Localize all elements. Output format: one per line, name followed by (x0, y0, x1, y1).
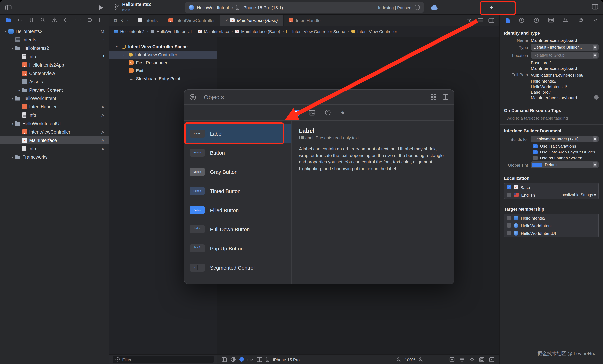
disclosure-icon[interactable]: ▸ (10, 155, 15, 159)
quick-help-inspector-icon[interactable]: ? (533, 17, 539, 23)
device-icon[interactable] (266, 357, 269, 362)
breadcrumb-item[interactable]: MainInterface (198, 29, 229, 34)
library-item-segmented-control[interactable]: 12 Segmented Control (184, 258, 291, 277)
outline-row-entry-point[interactable]: → Storyboard Entry Point (109, 75, 217, 83)
library-item-gray-button[interactable]: Button Gray Button (184, 162, 291, 181)
file-row[interactable]: InfoA (0, 111, 109, 119)
breadcrumb-item[interactable]: HelloWorldIntentUI (151, 29, 192, 34)
library-item-label[interactable]: Label Label (184, 124, 291, 143)
breadcrumb-item[interactable]: Intent View Controller Scene (286, 29, 345, 34)
checkbox-unchecked[interactable] (507, 193, 511, 197)
group-row[interactable]: ▸ Preview Content (0, 86, 109, 94)
resolve-issues-icon[interactable] (489, 357, 494, 362)
issue-navigator-icon[interactable] (51, 17, 58, 22)
add-editor-icon[interactable] (488, 18, 494, 22)
attributes-inspector-icon[interactable] (563, 18, 568, 23)
toggle-navigator-icon[interactable] (5, 5, 12, 10)
target-row-helloworldintentui[interactable]: HelloWorldIntentUI (504, 229, 598, 237)
project-navigator-icon[interactable] (5, 17, 11, 23)
appearance-toggle-icon[interactable] (239, 357, 244, 362)
library-filter-icon[interactable] (190, 94, 196, 100)
related-items-icon[interactable]: ▦ (113, 18, 117, 23)
device-name[interactable]: iPhone 15 Pro (273, 357, 300, 362)
connections-inspector-icon[interactable] (592, 18, 597, 23)
checkbox-unchecked[interactable] (507, 216, 511, 220)
breakpoint-navigator-icon[interactable] (87, 17, 93, 22)
localization-row-base[interactable]: Base (504, 183, 598, 191)
zoom-in-icon[interactable] (418, 357, 424, 362)
global-tint-well[interactable]: Default (531, 162, 599, 168)
group-row[interactable]: ▾ HelloWorldIntent (0, 94, 109, 102)
file-row[interactable]: IntentViewControllerA (0, 128, 109, 136)
add-constraints-icon[interactable] (469, 357, 475, 362)
checkbox-checked[interactable] (533, 150, 538, 154)
scheme-selector[interactable]: HelloWorldIntent › iPhone 15 Pro (18.1) … (185, 2, 424, 13)
file-row[interactable]: Assets (0, 77, 109, 86)
checkbox-checked[interactable] (533, 144, 538, 148)
tab-maininterface-base[interactable]: × MainInterface (Base) (220, 15, 283, 25)
checkbox-checked[interactable] (507, 185, 511, 189)
debug-navigator-icon[interactable] (75, 17, 81, 22)
location-dropdown[interactable]: Relative to Group (531, 52, 599, 59)
library-plus-button[interactable]: + (487, 3, 497, 12)
target-row-hellointents2[interactable]: HelloIntents2 (504, 214, 598, 222)
update-frames-icon[interactable] (449, 357, 454, 362)
list-view-icon[interactable] (442, 94, 449, 100)
outline-row-exit[interactable]: → Exit (109, 66, 217, 75)
disclosure-icon[interactable]: ▾ (10, 96, 15, 100)
zoom-level[interactable]: 100% (405, 357, 416, 362)
disclosure-icon[interactable]: ▾ (10, 121, 15, 125)
back-icon[interactable]: ‹ (121, 18, 123, 23)
breadcrumb-item[interactable]: Intent View Controller (351, 29, 397, 34)
file-row-selected[interactable]: MainInterfaceA (0, 136, 109, 144)
file-row[interactable]: Info! (0, 52, 109, 61)
file-row[interactable]: InfoA (0, 144, 109, 153)
file-row[interactable]: IntentHandlerA (0, 102, 109, 111)
file-row[interactable]: HelloIntents2App (0, 61, 109, 69)
code-review-icon[interactable] (467, 18, 473, 22)
variants-icon[interactable] (231, 357, 236, 362)
localization-row-english[interactable]: English Localizable Strings (504, 191, 598, 199)
split-view-icon[interactable] (257, 357, 262, 362)
identity-inspector-icon[interactable] (548, 18, 554, 23)
source-control-navigator-icon[interactable] (17, 17, 23, 22)
builds-for-dropdown[interactable]: Deployment Target (17.0) (531, 136, 599, 142)
align-icon[interactable] (459, 357, 464, 362)
color-tab-icon[interactable] (325, 110, 331, 116)
outline-row-view-controller[interactable]: › Intent View Controller (109, 51, 217, 59)
filter-field[interactable]: Filter (113, 356, 214, 363)
tab-intenthandler[interactable]: IntentHandler (283, 15, 327, 25)
scheme-target-name[interactable]: HelloWorldIntent (197, 5, 229, 10)
library-item-pop-up-button[interactable]: Item 1 Pop Up Button (184, 239, 291, 258)
file-row-project[interactable]: ▾ HelloIntents2M (0, 27, 109, 35)
outline-row-first-responder[interactable]: ↖ First Responder (109, 59, 217, 66)
progress-ring-icon[interactable] (415, 5, 420, 10)
tab-intentviewcontroller[interactable]: IntentViewController (163, 15, 220, 25)
toggle-inspector-icon[interactable] (592, 4, 598, 10)
file-inspector-icon[interactable] (505, 17, 510, 23)
close-tab-icon[interactable]: × (225, 18, 228, 22)
scene-header-row[interactable]: ▾ Intent View Controller Scene (109, 43, 217, 51)
breadcrumb-item[interactable]: HelloIntents2 (114, 29, 145, 34)
history-inspector-icon[interactable] (519, 17, 525, 23)
orientation-icon[interactable] (247, 357, 253, 362)
type-dropdown[interactable]: Default - Interface Builder... (531, 44, 599, 51)
odr-tags-field[interactable]: Add to a target to enable tagging (504, 115, 599, 121)
group-row[interactable]: ▾ HelloIntents2 (0, 44, 109, 52)
symbols-tab-icon[interactable]: ★ (340, 110, 345, 115)
file-row[interactable]: Intents? (0, 35, 109, 44)
library-search-input[interactable]: Objects (204, 94, 427, 100)
find-navigator-icon[interactable] (40, 17, 46, 22)
file-row[interactable]: ContentView (0, 69, 109, 77)
media-tab-icon[interactable] (309, 110, 315, 115)
open-path-arrow-icon[interactable]: → (594, 95, 599, 100)
size-inspector-icon[interactable] (577, 18, 583, 23)
report-navigator-icon[interactable] (99, 17, 104, 22)
checkbox-unchecked[interactable] (533, 156, 538, 160)
target-row-helloworldintent[interactable]: HelloWorldIntent (504, 222, 598, 229)
toggle-outline-icon[interactable] (221, 357, 227, 362)
library-item-filled-button[interactable]: Button Filled Button (184, 200, 291, 220)
checkbox-unchecked[interactable] (507, 223, 511, 228)
checkbox-unchecked[interactable] (507, 231, 511, 235)
name-value[interactable]: MainInterface.storyboard (531, 38, 577, 43)
